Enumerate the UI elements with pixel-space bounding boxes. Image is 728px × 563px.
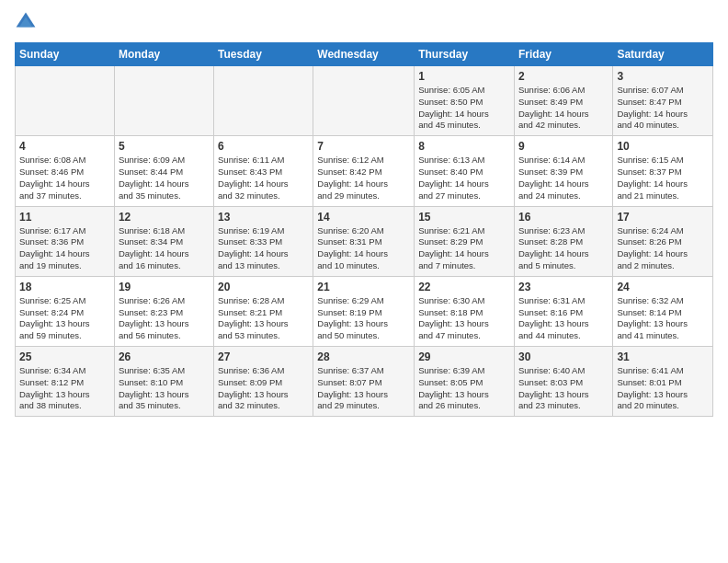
calendar-cell: 28Sunrise: 6:37 AM Sunset: 8:07 PM Dayli… <box>313 347 415 417</box>
day-info: Sunrise: 6:06 AM Sunset: 8:49 PM Dayligh… <box>518 85 609 132</box>
day-info: Sunrise: 6:20 AM Sunset: 8:31 PM Dayligh… <box>317 225 410 272</box>
calendar-cell: 26Sunrise: 6:35 AM Sunset: 8:10 PM Dayli… <box>114 347 213 417</box>
calendar-cell: 3Sunrise: 6:07 AM Sunset: 8:47 PM Daylig… <box>613 66 713 136</box>
day-number: 27 <box>218 350 309 363</box>
day-number: 28 <box>317 350 410 363</box>
day-number: 18 <box>19 281 110 293</box>
day-number: 22 <box>418 281 510 293</box>
day-number: 21 <box>317 281 410 293</box>
calendar-cell: 17Sunrise: 6:24 AM Sunset: 8:26 PM Dayli… <box>613 206 713 276</box>
calendar-cell: 8Sunrise: 6:13 AM Sunset: 8:40 PM Daylig… <box>415 136 515 206</box>
day-info: Sunrise: 6:40 AM Sunset: 8:03 PM Dayligh… <box>518 365 609 412</box>
header <box>15 11 713 33</box>
header-day-monday: Monday <box>114 43 213 66</box>
calendar-cell: 15Sunrise: 6:21 AM Sunset: 8:29 PM Dayli… <box>415 206 515 276</box>
day-info: Sunrise: 6:41 AM Sunset: 8:01 PM Dayligh… <box>617 365 709 412</box>
calendar-cell: 6Sunrise: 6:11 AM Sunset: 8:43 PM Daylig… <box>214 136 313 206</box>
calendar-header: SundayMondayTuesdayWednesdayThursdayFrid… <box>16 43 713 66</box>
day-number: 29 <box>418 350 510 363</box>
day-info: Sunrise: 6:21 AM Sunset: 8:29 PM Dayligh… <box>418 225 510 272</box>
day-number: 30 <box>518 350 609 363</box>
logo-icon <box>15 11 37 33</box>
week-row-5: 25Sunrise: 6:34 AM Sunset: 8:12 PM Dayli… <box>16 347 713 417</box>
calendar-cell: 7Sunrise: 6:12 AM Sunset: 8:42 PM Daylig… <box>313 136 415 206</box>
day-number: 5 <box>119 140 210 153</box>
day-number: 9 <box>518 140 609 153</box>
day-number: 31 <box>617 350 709 363</box>
day-info: Sunrise: 6:28 AM Sunset: 8:21 PM Dayligh… <box>218 295 309 342</box>
day-info: Sunrise: 6:23 AM Sunset: 8:28 PM Dayligh… <box>518 225 609 272</box>
day-number: 19 <box>119 281 210 293</box>
calendar-cell: 1Sunrise: 6:05 AM Sunset: 8:50 PM Daylig… <box>415 66 515 136</box>
day-info: Sunrise: 6:15 AM Sunset: 8:37 PM Dayligh… <box>617 155 709 201</box>
calendar-cell: 27Sunrise: 6:36 AM Sunset: 8:09 PM Dayli… <box>214 347 313 417</box>
day-info: Sunrise: 6:05 AM Sunset: 8:50 PM Dayligh… <box>418 85 510 132</box>
calendar-cell: 20Sunrise: 6:28 AM Sunset: 8:21 PM Dayli… <box>214 276 313 346</box>
calendar-cell: 9Sunrise: 6:14 AM Sunset: 8:39 PM Daylig… <box>514 136 612 206</box>
calendar-cell: 10Sunrise: 6:15 AM Sunset: 8:37 PM Dayli… <box>613 136 713 206</box>
day-number: 14 <box>317 211 410 224</box>
day-number: 15 <box>418 211 510 224</box>
day-info: Sunrise: 6:36 AM Sunset: 8:09 PM Dayligh… <box>218 365 309 412</box>
calendar-cell: 21Sunrise: 6:29 AM Sunset: 8:19 PM Dayli… <box>313 276 415 346</box>
day-number: 12 <box>119 211 210 224</box>
day-number: 10 <box>617 140 709 153</box>
day-number: 3 <box>617 70 709 83</box>
calendar-cell: 31Sunrise: 6:41 AM Sunset: 8:01 PM Dayli… <box>613 347 713 417</box>
day-number: 26 <box>119 350 210 363</box>
calendar-cell: 13Sunrise: 6:19 AM Sunset: 8:33 PM Dayli… <box>214 206 313 276</box>
day-info: Sunrise: 6:17 AM Sunset: 8:36 PM Dayligh… <box>19 225 110 272</box>
day-info: Sunrise: 6:18 AM Sunset: 8:34 PM Dayligh… <box>119 225 210 272</box>
calendar-cell <box>313 66 415 136</box>
day-info: Sunrise: 6:25 AM Sunset: 8:24 PM Dayligh… <box>19 295 110 342</box>
day-info: Sunrise: 6:24 AM Sunset: 8:26 PM Dayligh… <box>617 225 709 272</box>
calendar-cell: 12Sunrise: 6:18 AM Sunset: 8:34 PM Dayli… <box>114 206 213 276</box>
day-number: 24 <box>617 281 709 293</box>
day-info: Sunrise: 6:13 AM Sunset: 8:40 PM Dayligh… <box>418 155 510 201</box>
calendar-cell: 23Sunrise: 6:31 AM Sunset: 8:16 PM Dayli… <box>514 276 612 346</box>
calendar-cell: 2Sunrise: 6:06 AM Sunset: 8:49 PM Daylig… <box>514 66 612 136</box>
day-info: Sunrise: 6:29 AM Sunset: 8:19 PM Dayligh… <box>317 295 410 342</box>
calendar-cell: 5Sunrise: 6:09 AM Sunset: 8:44 PM Daylig… <box>114 136 213 206</box>
calendar-cell: 4Sunrise: 6:08 AM Sunset: 8:46 PM Daylig… <box>16 136 115 206</box>
header-day-saturday: Saturday <box>613 43 713 66</box>
calendar-table: SundayMondayTuesdayWednesdayThursdayFrid… <box>15 42 713 417</box>
page: SundayMondayTuesdayWednesdayThursdayFrid… <box>0 0 728 424</box>
day-info: Sunrise: 6:19 AM Sunset: 8:33 PM Dayligh… <box>218 225 309 272</box>
day-info: Sunrise: 6:30 AM Sunset: 8:18 PM Dayligh… <box>418 295 510 342</box>
header-day-sunday: Sunday <box>16 43 115 66</box>
day-info: Sunrise: 6:11 AM Sunset: 8:43 PM Dayligh… <box>218 155 309 201</box>
day-info: Sunrise: 6:37 AM Sunset: 8:07 PM Dayligh… <box>317 365 410 412</box>
day-number: 16 <box>518 211 609 224</box>
calendar-cell: 11Sunrise: 6:17 AM Sunset: 8:36 PM Dayli… <box>16 206 115 276</box>
day-info: Sunrise: 6:08 AM Sunset: 8:46 PM Dayligh… <box>19 155 110 201</box>
header-day-wednesday: Wednesday <box>313 43 415 66</box>
calendar-body: 1Sunrise: 6:05 AM Sunset: 8:50 PM Daylig… <box>16 66 713 417</box>
day-info: Sunrise: 6:35 AM Sunset: 8:10 PM Dayligh… <box>119 365 210 412</box>
calendar-cell: 25Sunrise: 6:34 AM Sunset: 8:12 PM Dayli… <box>16 347 115 417</box>
logo <box>15 11 39 33</box>
day-number: 4 <box>19 140 110 153</box>
day-info: Sunrise: 6:31 AM Sunset: 8:16 PM Dayligh… <box>518 295 609 342</box>
week-row-1: 1Sunrise: 6:05 AM Sunset: 8:50 PM Daylig… <box>16 66 713 136</box>
day-info: Sunrise: 6:39 AM Sunset: 8:05 PM Dayligh… <box>418 365 510 412</box>
day-number: 8 <box>418 140 510 153</box>
calendar-cell <box>114 66 213 136</box>
day-info: Sunrise: 6:07 AM Sunset: 8:47 PM Dayligh… <box>617 85 709 132</box>
header-day-tuesday: Tuesday <box>214 43 313 66</box>
calendar-cell: 24Sunrise: 6:32 AM Sunset: 8:14 PM Dayli… <box>613 276 713 346</box>
day-info: Sunrise: 6:09 AM Sunset: 8:44 PM Dayligh… <box>119 155 210 201</box>
week-row-3: 11Sunrise: 6:17 AM Sunset: 8:36 PM Dayli… <box>16 206 713 276</box>
day-number: 6 <box>218 140 309 153</box>
header-row: SundayMondayTuesdayWednesdayThursdayFrid… <box>16 43 713 66</box>
day-number: 23 <box>518 281 609 293</box>
day-number: 20 <box>218 281 309 293</box>
calendar-cell: 16Sunrise: 6:23 AM Sunset: 8:28 PM Dayli… <box>514 206 612 276</box>
calendar-cell: 19Sunrise: 6:26 AM Sunset: 8:23 PM Dayli… <box>114 276 213 346</box>
day-info: Sunrise: 6:32 AM Sunset: 8:14 PM Dayligh… <box>617 295 709 342</box>
header-day-thursday: Thursday <box>415 43 515 66</box>
day-info: Sunrise: 6:34 AM Sunset: 8:12 PM Dayligh… <box>19 365 110 412</box>
day-info: Sunrise: 6:14 AM Sunset: 8:39 PM Dayligh… <box>518 155 609 201</box>
calendar-cell: 22Sunrise: 6:30 AM Sunset: 8:18 PM Dayli… <box>415 276 515 346</box>
day-info: Sunrise: 6:12 AM Sunset: 8:42 PM Dayligh… <box>317 155 410 201</box>
